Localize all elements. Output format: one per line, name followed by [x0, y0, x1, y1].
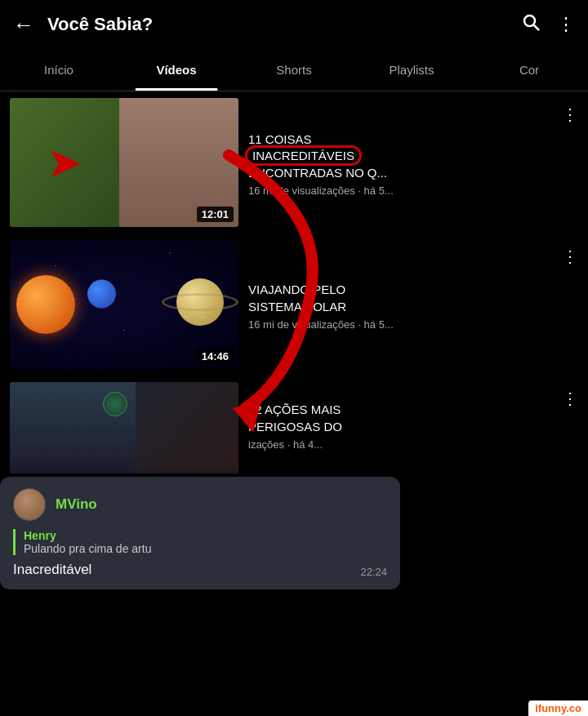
search-icon[interactable]: [521, 12, 541, 37]
back-button[interactable]: ←: [13, 14, 34, 35]
video-more-button-3[interactable]: ⋮: [559, 385, 581, 411]
chat-reply-name: Henry: [24, 529, 387, 542]
ifunny-watermark: ifunny.co: [528, 700, 588, 716]
svg-line-1: [534, 25, 540, 31]
video-title-1: 11 COISAS INACREDITÁVEIS ENCONTRADAS NO …: [248, 131, 578, 181]
video-info-2: VIAJANDO PELOSISTEMA SOLAR 16 mi de visu…: [248, 240, 578, 369]
video-more-button-1[interactable]: ⋮: [559, 101, 581, 127]
video-list: ➤ 12:01 11 COISAS INACREDITÁVEIS ENCONTR…: [0, 91, 588, 474]
tab-playlists[interactable]: Playlists: [353, 49, 470, 91]
video-more-button-2[interactable]: ⋮: [559, 243, 581, 269]
nav-tabs: Início Vídeos Shorts Playlists Cor: [0, 49, 588, 91]
video-title-3: 12 AÇÕES MAISPERIGOSAS DO: [248, 402, 578, 435]
chat-reply-block: Henry Pulando pra cima de artu: [13, 529, 387, 555]
chat-message-row: Inacreditável 22:24: [13, 562, 387, 578]
video-meta-3: izações · há 4...: [248, 438, 578, 451]
channel-title: Você Sabia?: [47, 14, 508, 35]
highlighted-title: INACREDITÁVEIS: [245, 145, 362, 166]
top-bar-actions: ⋮: [521, 12, 575, 37]
video-item-2[interactable]: 14:46 VIAJANDO PELOSISTEMA SOLAR 16 mi d…: [0, 233, 588, 376]
tab-inicio[interactable]: Início: [0, 49, 118, 91]
video-meta-1: 16 mi de visualizações · há 5...: [248, 185, 578, 197]
chat-avatar: [13, 488, 46, 521]
chat-reply-text: Pulando pra cima de artu: [24, 542, 387, 555]
video-meta-2: 16 mi de visualizações · há 5...: [248, 318, 578, 331]
chat-header: MVino: [13, 488, 387, 521]
more-options-icon[interactable]: ⋮: [557, 14, 575, 35]
chat-notification[interactable]: MVino Henry Pulando pra cima de artu Ina…: [0, 477, 400, 589]
chat-time: 22:24: [360, 566, 387, 578]
video-info-1: 11 COISAS INACREDITÁVEIS ENCONTRADAS NO …: [248, 98, 578, 227]
video-title-2: VIAJANDO PELOSISTEMA SOLAR: [248, 282, 578, 315]
thumbnail-1: ➤ 12:01: [10, 98, 238, 227]
video-info-3: 12 AÇÕES MAISPERIGOSAS DO izações · há 4…: [248, 382, 578, 467]
thumbnail-3: [10, 382, 238, 474]
chat-message: Inacreditável: [13, 562, 91, 578]
tab-comunidade[interactable]: Cor: [470, 49, 588, 91]
top-bar: ← Você Sabia? ⋮: [0, 0, 588, 49]
thumbnail-2: 14:46: [10, 240, 238, 369]
tab-shorts[interactable]: Shorts: [235, 49, 353, 91]
video-duration-1: 12:01: [197, 207, 234, 222]
tab-videos[interactable]: Vídeos: [118, 49, 235, 91]
chat-sender-name: MVino: [56, 496, 97, 513]
video-item-1[interactable]: ➤ 12:01 11 COISAS INACREDITÁVEIS ENCONTR…: [0, 91, 588, 233]
video-item-3[interactable]: 12 AÇÕES MAISPERIGOSAS DO izações · há 4…: [0, 376, 588, 474]
video-duration-2: 14:46: [197, 349, 234, 364]
svg-point-0: [524, 16, 535, 26]
